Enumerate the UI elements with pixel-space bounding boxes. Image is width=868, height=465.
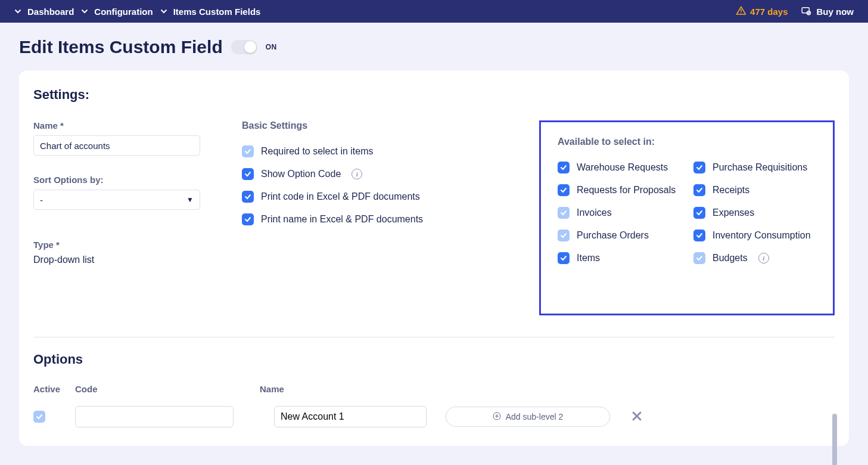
available-left-4: Items bbox=[558, 252, 684, 264]
available-right-3: Inventory Consumption bbox=[693, 230, 820, 241]
basic-settings-column: Basic Settings Required to select in ite… bbox=[242, 120, 462, 236]
chevron-down-icon bbox=[160, 8, 167, 15]
info-icon[interactable]: i bbox=[351, 169, 362, 179]
sort-options-select[interactable]: - ▼ bbox=[33, 190, 200, 210]
options-header: Active Code Name bbox=[33, 384, 835, 394]
page-title: Edit Items Custom Field bbox=[19, 37, 223, 57]
basic-setting-3: Print name in Excel & PDF documents bbox=[242, 213, 462, 225]
name-input[interactable] bbox=[33, 135, 200, 156]
checkbox-label: Purchase Requisitions bbox=[713, 162, 807, 173]
breadcrumb-label: Items Custom Fields bbox=[173, 7, 261, 17]
toggle-knob bbox=[244, 41, 256, 53]
name-label: Name * bbox=[33, 120, 206, 131]
type-value: Drop-down list bbox=[33, 255, 206, 265]
option-name-input[interactable] bbox=[274, 406, 427, 427]
sort-options-value: - bbox=[40, 195, 43, 205]
available-left-0: Warehouse Requests bbox=[558, 162, 684, 173]
checkbox[interactable] bbox=[693, 230, 705, 241]
scrollbar[interactable] bbox=[832, 414, 837, 465]
plus-circle-icon bbox=[493, 412, 501, 422]
add-sublevel-label: Add sub-level 2 bbox=[506, 412, 564, 421]
breadcrumb-label: Dashboard bbox=[27, 7, 74, 17]
checkbox[interactable] bbox=[242, 168, 254, 180]
warning-badge[interactable]: 477 days bbox=[736, 5, 788, 18]
warning-icon bbox=[736, 5, 746, 18]
basic-settings-heading: Basic Settings bbox=[242, 120, 462, 131]
type-label: Type * bbox=[33, 240, 206, 250]
checkbox-label: Receipts bbox=[713, 185, 749, 196]
checkbox-label: Print name in Excel & PDF documents bbox=[261, 214, 423, 225]
column-name: Name bbox=[260, 384, 427, 394]
checkbox[interactable] bbox=[693, 162, 705, 173]
option-code-input[interactable] bbox=[75, 406, 234, 427]
breadcrumb: Dashboard Configuration Items Custom Fie… bbox=[14, 7, 260, 17]
toggle-label: ON bbox=[266, 43, 277, 51]
svg-rect-2 bbox=[802, 7, 809, 13]
settings-left-column: Name * Sort Options by: - ▼ Type * Drop-… bbox=[33, 120, 206, 265]
checkbox[interactable] bbox=[558, 162, 570, 173]
remove-row-button[interactable] bbox=[631, 411, 643, 423]
chevron-down-icon bbox=[14, 8, 21, 15]
checkbox[interactable] bbox=[242, 145, 254, 157]
cart-icon bbox=[800, 5, 812, 18]
settings-grid: Name * Sort Options by: - ▼ Type * Drop-… bbox=[33, 120, 835, 315]
options-heading: Options bbox=[33, 352, 835, 367]
breadcrumb-configuration[interactable]: Configuration bbox=[81, 7, 153, 17]
checkbox[interactable] bbox=[693, 207, 705, 219]
basic-setting-0: Required to select in items bbox=[242, 145, 462, 157]
checkbox-label: Items bbox=[577, 253, 600, 264]
checkbox-label: Inventory Consumption bbox=[713, 230, 811, 241]
breadcrumb-items-custom-fields[interactable]: Items Custom Fields bbox=[160, 7, 261, 17]
buy-now-label: Buy now bbox=[817, 7, 854, 17]
checkbox[interactable] bbox=[558, 184, 570, 196]
checkbox-label: Budgets bbox=[713, 253, 748, 264]
option-active-checkbox[interactable] bbox=[33, 411, 45, 423]
basic-setting-1: Show Option Codei bbox=[242, 168, 462, 180]
sort-label: Sort Options by: bbox=[33, 175, 206, 185]
available-right-4: Budgetsi bbox=[693, 252, 820, 264]
divider bbox=[33, 337, 835, 337]
option-row: Add sub-level 2 bbox=[33, 406, 835, 427]
available-heading: Available to select in: bbox=[558, 137, 820, 147]
column-code: Code bbox=[75, 384, 248, 394]
available-right-1: Receipts bbox=[693, 184, 820, 196]
settings-heading: Settings: bbox=[33, 87, 835, 103]
checkbox[interactable] bbox=[558, 230, 570, 241]
checkbox[interactable] bbox=[693, 252, 705, 264]
buy-now-button[interactable]: Buy now bbox=[800, 5, 854, 18]
checkbox[interactable] bbox=[693, 184, 705, 196]
warning-text: 477 days bbox=[750, 7, 788, 17]
available-left-2: Invoices bbox=[558, 207, 684, 219]
settings-card: Settings: Name * Sort Options by: - ▼ Ty… bbox=[19, 70, 849, 446]
svg-point-1 bbox=[741, 13, 742, 14]
caret-down-icon: ▼ bbox=[186, 196, 194, 204]
add-sublevel-button[interactable]: Add sub-level 2 bbox=[446, 407, 610, 427]
checkbox-label: Warehouse Requests bbox=[577, 162, 668, 173]
topbar-right: 477 days Buy now bbox=[736, 5, 854, 18]
checkbox[interactable] bbox=[558, 252, 570, 264]
checkbox-label: Show Option Code bbox=[261, 169, 341, 179]
checkbox-label: Expenses bbox=[713, 207, 754, 218]
checkbox[interactable] bbox=[242, 191, 254, 203]
topbar: Dashboard Configuration Items Custom Fie… bbox=[0, 0, 868, 23]
active-toggle[interactable] bbox=[231, 40, 257, 54]
checkbox-label: Requests for Proposals bbox=[577, 185, 676, 196]
breadcrumb-dashboard[interactable]: Dashboard bbox=[14, 7, 74, 17]
page-body: Edit Items Custom Field ON Settings: Nam… bbox=[0, 23, 868, 460]
breadcrumb-label: Configuration bbox=[94, 7, 153, 17]
checkbox-label: Required to select in items bbox=[261, 146, 374, 157]
checkbox-label: Purchase Orders bbox=[577, 230, 649, 241]
available-section: Available to select in: Warehouse Reques… bbox=[539, 120, 835, 315]
chevron-down-icon bbox=[81, 8, 88, 15]
available-left-3: Purchase Orders bbox=[558, 230, 684, 241]
checkbox[interactable] bbox=[558, 207, 570, 219]
checkbox[interactable] bbox=[242, 213, 254, 225]
page-title-row: Edit Items Custom Field ON bbox=[19, 37, 849, 57]
basic-setting-2: Print code in Excel & PDF documents bbox=[242, 191, 462, 203]
available-right-2: Expenses bbox=[693, 207, 820, 219]
info-icon[interactable]: i bbox=[758, 253, 769, 264]
checkbox-label: Invoices bbox=[577, 207, 612, 218]
checkbox-label: Print code in Excel & PDF documents bbox=[261, 191, 420, 202]
available-right-0: Purchase Requisitions bbox=[693, 162, 820, 173]
column-active: Active bbox=[33, 384, 63, 394]
